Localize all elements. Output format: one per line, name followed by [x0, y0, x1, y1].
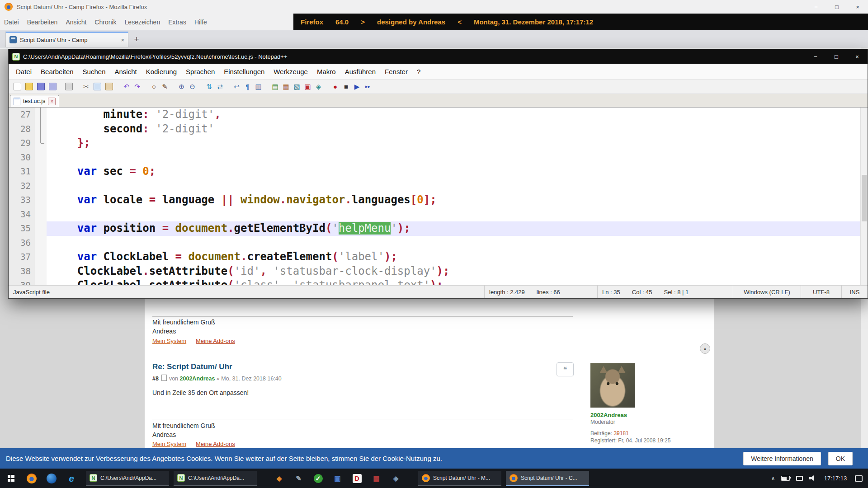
ok-button[interactable]: OK	[828, 452, 853, 465]
pinned-app-7-icon[interactable]: ◈	[386, 469, 406, 488]
tray-expand-icon[interactable]: ∧	[771, 475, 775, 481]
action-center-icon[interactable]	[855, 475, 863, 482]
sync-horizontal-icon[interactable]: ⇄	[215, 82, 225, 91]
code-line-30[interactable]: 30	[9, 150, 868, 165]
code-line-34[interactable]: 34	[9, 207, 868, 222]
pinned-app-1-icon[interactable]: ◆	[269, 469, 289, 488]
indent-guide-icon[interactable]: ▥	[254, 82, 263, 91]
close-icon[interactable]: ×	[847, 49, 868, 64]
code-line-38[interactable]: 38 ClockLabel.setAttribute('id', 'status…	[9, 264, 868, 279]
code-line-28[interactable]: 28 second: '2-digit'	[9, 122, 868, 136]
post-author-link[interactable]: 2002Andreas	[180, 375, 215, 382]
doc-switcher-icon[interactable]: ▧	[292, 82, 302, 91]
post-title-link[interactable]: Re: Script Datum/ Uhr	[152, 362, 232, 371]
npp-menu-sprachen[interactable]: Sprachen	[181, 68, 219, 75]
internet-explorer-quick-icon[interactable]: e	[61, 469, 81, 488]
paste-icon[interactable]	[105, 83, 113, 90]
copy-icon[interactable]	[94, 83, 101, 90]
ff-menu-extras[interactable]: Extras	[164, 19, 190, 26]
sync-vertical-icon[interactable]: ⇅	[204, 82, 214, 91]
npp-menu-einstellungen[interactable]: Einstellungen	[219, 68, 269, 75]
ff-menu-ansicht[interactable]: Ansicht	[61, 19, 90, 26]
taskbar-firefox-button-2[interactable]: Script Datum/ Uhr - C...	[506, 471, 589, 486]
code-line-39[interactable]: 39 ClockLabel.setAttribute('class', 'sta…	[9, 278, 868, 285]
update-check-icon[interactable]: ✓	[308, 469, 328, 488]
editor-tab-close-icon[interactable]: ×	[48, 98, 56, 105]
minimize-icon[interactable]: −	[805, 49, 826, 64]
pinned-app-4-icon[interactable]: ▣	[328, 469, 347, 488]
notepadpp-titlebar[interactable]: N C:\Users\Andi\AppData\Roaming\Mozilla\…	[9, 49, 868, 64]
code-line-36[interactable]: 36	[9, 236, 868, 250]
show-all-chars-icon[interactable]: ¶	[243, 82, 252, 91]
meine-addons-link[interactable]: Meine Add-ons	[196, 338, 235, 344]
taskbar-notepadpp-button-2[interactable]: NC:\Users\Andi\AppDa...	[174, 471, 257, 486]
battery-icon[interactable]	[781, 476, 790, 481]
code-line-29[interactable]: 29 };	[9, 136, 868, 150]
npp-menu-suchen[interactable]: Suchen	[78, 68, 110, 75]
npp-menu-kodierung[interactable]: Kodierung	[142, 68, 181, 75]
volume-icon[interactable]	[809, 475, 816, 481]
code-line-33[interactable]: 33 var locale = language || window.navig…	[9, 193, 868, 207]
find-icon[interactable]: ○	[149, 82, 159, 91]
npp-menu-bearbeiten[interactable]: Bearbeiten	[36, 68, 78, 75]
taskbar-firefox-button-1[interactable]: Script Datum/ Uhr - M...	[418, 471, 501, 486]
replace-icon[interactable]: ✎	[160, 82, 170, 91]
save-all-icon[interactable]	[49, 83, 57, 90]
npp-menu-ausf-hren[interactable]: Ausführen	[340, 68, 380, 75]
npp-menu-fenster[interactable]: Fenster	[380, 68, 412, 75]
minimize-icon[interactable]: −	[806, 0, 826, 14]
editor-tab[interactable]: test.uc.js ×	[10, 95, 59, 107]
meine-addons-link-2[interactable]: Meine Add-ons	[196, 441, 235, 447]
post-page-icon[interactable]	[161, 375, 167, 381]
undo-icon[interactable]: ↶	[122, 82, 131, 91]
dvbviewer-icon[interactable]: D	[347, 469, 367, 488]
profile-posts-count-link[interactable]: 39181	[613, 430, 628, 436]
stop-macro-icon[interactable]: ■	[341, 82, 351, 91]
record-macro-icon[interactable]: ●	[330, 82, 340, 91]
post-number[interactable]: #8	[152, 375, 159, 382]
play-macro-icon[interactable]: ▶	[352, 82, 362, 91]
code-line-35[interactable]: 35 var position = document.getElementByI…	[9, 221, 868, 236]
npp-menu-?[interactable]: ?	[412, 68, 425, 75]
ff-menu-bearbeiten[interactable]: Bearbeiten	[23, 19, 62, 26]
ff-menu-lesezeichen[interactable]: Lesezeichen	[121, 19, 165, 26]
quote-button[interactable]: ❝	[557, 362, 574, 376]
zoom-out-icon[interactable]: ⊖	[188, 82, 197, 91]
avatar-image[interactable]	[590, 363, 635, 408]
new-tab-button[interactable]: +	[128, 32, 145, 47]
open-folder-icon[interactable]	[25, 83, 33, 90]
run-macro-multiple-icon[interactable]: ▸▸	[363, 82, 373, 91]
view-icon[interactable]: ◈	[314, 82, 323, 91]
firefox-quick-icon[interactable]	[22, 469, 42, 488]
mein-system-link-2[interactable]: Mein System	[152, 441, 186, 447]
zoom-in-icon[interactable]: ⊕	[177, 82, 186, 91]
ff-menu-chronik[interactable]: Chronik	[90, 19, 120, 26]
browser-tab[interactable]: Script Datum/ Uhr - Camp ×	[5, 32, 128, 47]
npp-menu-ansicht[interactable]: Ansicht	[110, 68, 141, 75]
mein-system-link[interactable]: Mein System	[152, 338, 186, 344]
save-icon[interactable]	[37, 83, 45, 90]
code-line-27[interactable]: 27 minute: '2-digit',	[9, 108, 868, 122]
code-editor[interactable]: 27 minute: '2-digit',28 second: '2-digit…	[9, 108, 868, 285]
npp-menu-makro[interactable]: Makro	[312, 68, 340, 75]
code-line-32[interactable]: 32	[9, 179, 868, 193]
npp-menu-datei[interactable]: Datei	[11, 68, 36, 75]
ff-menu-datei[interactable]: Datei	[0, 19, 23, 26]
cut-icon[interactable]: ✂	[81, 82, 91, 91]
npp-menu-werkzeuge[interactable]: Werkzeuge	[269, 68, 312, 75]
maximize-icon[interactable]: □	[826, 49, 847, 64]
maximize-icon[interactable]: □	[826, 0, 847, 14]
word-wrap-icon[interactable]: ↩	[232, 82, 241, 91]
ff-menu-hilfe[interactable]: Hilfe	[190, 19, 211, 26]
code-line-31[interactable]: 31 var sec = 0;	[9, 164, 868, 179]
editor-scrollbar-thumb[interactable]	[862, 175, 867, 221]
code-line-37[interactable]: 37 var ClockLabel = document.createEleme…	[9, 250, 868, 264]
taskbar-clock[interactable]: 17:17:13	[822, 475, 849, 482]
user-commands-icon[interactable]: ▣	[303, 82, 312, 91]
function-list-icon[interactable]: ▤	[270, 82, 280, 91]
taskbar-notepadpp-button-1[interactable]: NC:\Users\Andi\AppDa...	[86, 471, 169, 486]
new-file-icon[interactable]	[14, 83, 21, 90]
scroll-to-top-button[interactable]: ▲	[700, 343, 710, 354]
print-icon[interactable]	[65, 83, 73, 90]
tab-close-icon[interactable]: ×	[121, 37, 124, 43]
